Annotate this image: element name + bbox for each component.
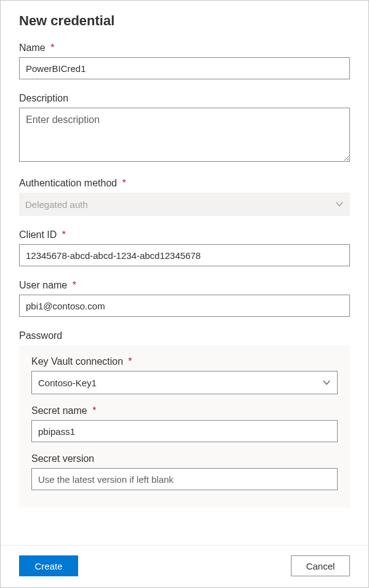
password-label: Password bbox=[19, 330, 350, 341]
footer: Create Cancel bbox=[1, 545, 368, 587]
user-name-field: User name * bbox=[19, 280, 350, 317]
client-id-label-text: Client ID bbox=[19, 229, 57, 240]
user-name-label: User name * bbox=[19, 280, 350, 291]
client-id-label: Client ID * bbox=[19, 229, 350, 240]
secret-name-field: Secret name * bbox=[31, 405, 338, 442]
auth-method-label: Authentication method * bbox=[19, 178, 350, 189]
user-name-input[interactable] bbox=[19, 295, 350, 317]
secret-name-label: Secret name * bbox=[31, 405, 338, 416]
secret-version-field: Secret version bbox=[31, 453, 338, 490]
name-field: Name * bbox=[19, 42, 350, 79]
client-id-field: Client ID * bbox=[19, 229, 350, 266]
required-marker: * bbox=[122, 178, 126, 188]
user-name-label-text: User name bbox=[19, 280, 67, 290]
description-label-text: Description bbox=[19, 93, 68, 103]
description-field: Description bbox=[19, 93, 350, 164]
required-marker: * bbox=[73, 280, 76, 290]
auth-method-field: Authentication method * Delegated auth bbox=[19, 178, 350, 216]
secret-version-input[interactable] bbox=[31, 468, 338, 490]
required-marker: * bbox=[62, 229, 66, 240]
name-label: Name * bbox=[19, 42, 350, 54]
chevron-down-icon bbox=[322, 378, 331, 387]
client-id-input[interactable] bbox=[19, 244, 350, 266]
secret-version-label-text: Secret version bbox=[31, 453, 94, 464]
required-marker: * bbox=[92, 405, 96, 416]
password-label-text: Password bbox=[19, 330, 62, 341]
key-vault-value: Contoso-Key1 bbox=[38, 378, 97, 388]
secret-version-label: Secret version bbox=[31, 453, 338, 464]
key-vault-label: Key Vault connection * bbox=[31, 356, 338, 367]
password-field: Password Key Vault connection * Contoso-… bbox=[19, 330, 350, 507]
secret-name-label-text: Secret name bbox=[31, 405, 87, 416]
name-input[interactable] bbox=[19, 57, 350, 79]
password-section: Key Vault connection * Contoso-Key1 Secr… bbox=[19, 345, 350, 507]
form-content: New credential Name * Description Authen… bbox=[1, 1, 368, 545]
key-vault-label-text: Key Vault connection bbox=[31, 356, 123, 367]
auth-method-label-text: Authentication method bbox=[19, 178, 117, 188]
required-marker: * bbox=[50, 42, 54, 53]
chevron-down-icon bbox=[335, 200, 344, 209]
required-marker: * bbox=[129, 356, 132, 367]
create-button[interactable]: Create bbox=[19, 555, 78, 576]
auth-method-value: Delegated auth bbox=[25, 199, 88, 210]
key-vault-field: Key Vault connection * Contoso-Key1 bbox=[31, 356, 338, 394]
key-vault-select[interactable]: Contoso-Key1 bbox=[31, 371, 338, 394]
secret-name-input[interactable] bbox=[31, 420, 338, 442]
description-input[interactable] bbox=[19, 108, 350, 162]
name-label-text: Name bbox=[19, 42, 46, 53]
description-label: Description bbox=[19, 93, 350, 104]
cancel-button[interactable]: Cancel bbox=[291, 555, 350, 576]
auth-method-select: Delegated auth bbox=[19, 193, 350, 216]
page-title: New credential bbox=[19, 13, 350, 29]
